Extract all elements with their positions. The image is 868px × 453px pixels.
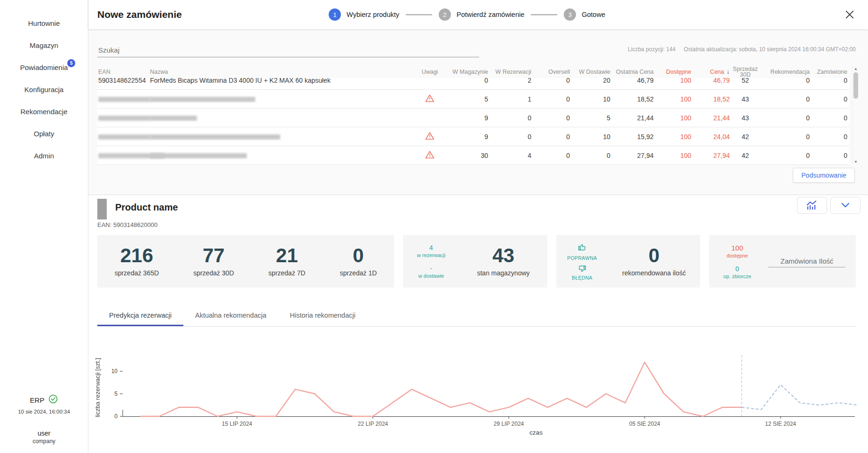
step-2: 2Potwierdź zamówienie	[439, 8, 524, 21]
recommendation-stat: 0 rekomendowana ilość	[608, 246, 700, 277]
column-header-uwagi[interactable]: Uwagi	[416, 69, 443, 75]
cell-oversell: 0	[531, 114, 570, 122]
warning-icon	[425, 96, 434, 104]
step-connector	[406, 15, 432, 15]
recommendation-feedback: POPRAWNA BŁĘDNA	[556, 242, 608, 281]
tab-aktualna-rekomendacja[interactable]: Aktualna rekomendacja	[183, 305, 278, 326]
table-body: 5903148622554ForMeds Bicaps Witamina D3 …	[97, 78, 849, 165]
sidebar-item-magazyn[interactable]: Magazyn	[0, 34, 88, 56]
cell-sprzedaz-30d: 43	[730, 114, 761, 122]
stat-sales-7d: 21 sprzedaż 7D	[268, 246, 306, 277]
cell-cena: 27,94	[691, 152, 730, 159]
erp-label: ERP	[30, 396, 45, 404]
recommendation-card: POPRAWNA BŁĘDNA 0 rekomendowana ilość	[556, 235, 700, 288]
sidebar-item-rekomendacje[interactable]: Rekomendacje	[0, 101, 88, 123]
cell-w-dostawie: 20	[570, 78, 610, 84]
cell-cena: 46,79	[691, 78, 730, 84]
column-header-ean[interactable]: EAN	[97, 69, 150, 75]
column-header-w-magazynie[interactable]: W Magazynie	[443, 69, 488, 75]
scrollbar-thumb[interactable]	[853, 72, 858, 99]
cell-w-magazynie: 30	[443, 152, 488, 159]
table-row[interactable]: 3040027,9410027,944200	[97, 146, 849, 165]
sidebar-item-powiadomienia[interactable]: Powiadomienia5	[0, 56, 88, 78]
column-header-sprzeda-30d[interactable]: Sprzedaż 30D	[730, 66, 761, 78]
tab-predykcja-rezerwacji[interactable]: Predykcja rezerwacji	[97, 305, 183, 326]
stat-label: sprzedaż 365D	[115, 269, 159, 277]
cell-name	[150, 152, 416, 159]
cell-ean: 5903148622554	[97, 78, 150, 84]
summary-button[interactable]: Podsumowanie	[793, 168, 855, 183]
step-1: 1Wybierz produkty	[329, 8, 399, 21]
scroll-up-icon[interactable]: ▲	[852, 65, 859, 72]
app-root: HurtownieMagazynPowiadomienia5Konfigurac…	[0, 0, 868, 453]
cell-name	[150, 95, 416, 103]
column-header-w-dostawie[interactable]: W Dostawie	[570, 69, 610, 75]
delivery-value: -	[403, 265, 459, 272]
step-label: Gotowe	[582, 11, 605, 18]
expand-button[interactable]	[830, 197, 860, 214]
blurred-ean	[98, 134, 151, 140]
column-header-oversell[interactable]: Oversell	[531, 69, 570, 75]
product-panel: Product name EAN: 5903148620000 216 sprz…	[88, 195, 868, 453]
sort-desc-icon[interactable]: ↓	[726, 68, 730, 75]
chart-canvas: 051015 LIP 202422 LIP 202429 LIP 202405 …	[88, 348, 868, 442]
table-row[interactable]: 5903148622554ForMeds Bicaps Witamina D3 …	[97, 78, 849, 90]
search-field-wrap	[97, 43, 479, 57]
sidebar-item-hurtownie[interactable]: Hurtownie	[0, 12, 88, 34]
stat-value: 77	[193, 246, 234, 266]
cell-ean	[97, 114, 150, 122]
cell-w-rezerwacji: 1	[488, 95, 531, 103]
stock-label: stan magazynowy	[459, 269, 547, 277]
table-row[interactable]: 900521,4410021,444300	[97, 109, 849, 127]
order-card: 100 dostępne 0 op. zbiorcze	[709, 235, 856, 288]
chart-button[interactable]	[797, 197, 827, 214]
stock-card: 4 w rezerwacji - w dostawie 43 stan maga…	[403, 235, 547, 288]
sidebar-item-konfiguracja[interactable]: Konfiguracja	[0, 78, 88, 101]
sidebar: HurtownieMagazynPowiadomienia5Konfigurac…	[0, 0, 88, 453]
column-header-ostatnia-cena[interactable]: Ostatnia Cena	[610, 69, 654, 75]
stock-stat: 43 stan magazynowy	[459, 246, 547, 277]
cell-oversell: 0	[531, 133, 570, 141]
table-scrollbar[interactable]: ▲ ▼	[852, 65, 859, 165]
column-header-zam-wione[interactable]: Zamówione	[810, 69, 849, 75]
main-area: Nowe zamówienie 1Wybierz produkty2Potwie…	[88, 0, 868, 453]
cell-w-rezerwacji: 0	[488, 133, 531, 141]
thumb-up-icon[interactable]	[577, 242, 587, 254]
stock-value: 43	[459, 246, 547, 266]
step-connector	[531, 15, 557, 15]
close-button[interactable]	[843, 8, 857, 22]
sidebar-item-admin[interactable]: Admin	[0, 145, 88, 167]
cell-uwagi	[416, 150, 443, 160]
status-ok-icon	[48, 394, 58, 406]
thumb-down-icon[interactable]	[577, 262, 587, 274]
column-header-nazwa[interactable]: Nazwa	[150, 69, 416, 75]
table-row[interactable]: 9001015,9210024,044200	[97, 127, 849, 146]
page-title: Nowe zamówienie	[97, 9, 182, 20]
search-input[interactable]	[97, 43, 479, 57]
svg-text:10: 10	[111, 368, 118, 375]
column-header-dost-pne[interactable]: Dostępne	[654, 69, 691, 75]
sidebar-item-op-aty[interactable]: Opłaty	[0, 123, 88, 145]
company-name: company	[0, 438, 88, 445]
sidebar-item-label: Powiadomienia5	[20, 63, 68, 71]
items-count: Liczba pozycji: 144	[628, 46, 675, 53]
step-label: Wybierz produkty	[347, 11, 399, 18]
blurred-name	[150, 134, 280, 140]
cell-w-dostawie: 5	[570, 114, 610, 122]
available-label: dostępne	[709, 253, 765, 258]
cell-dostepne: 100	[654, 114, 691, 122]
recommendation-bad-label: BŁĘDNA	[572, 275, 592, 281]
recommendation-good-label: POPRAWNA	[567, 255, 597, 261]
scroll-down-icon[interactable]: ▼	[852, 158, 859, 165]
tab-historia-rekomendacji[interactable]: Historia rekomendacji	[278, 305, 367, 326]
sidebar-item-label: Magazyn	[30, 41, 58, 49]
column-header-rekomendacja[interactable]: Rekomendacja	[761, 69, 810, 75]
column-header-w-rezerwacji[interactable]: W Rezerwacji	[488, 69, 531, 75]
ordered-quantity-input[interactable]	[768, 255, 845, 267]
column-header-cena[interactable]: Cena↓	[691, 69, 730, 75]
quantity-field-wrap	[765, 255, 856, 267]
table-row[interactable]: 5101018,5210018,524300	[97, 90, 849, 109]
cell-uwagi	[416, 94, 443, 104]
cell-sprzedaz-30d: 43	[730, 95, 761, 103]
cell-dostepne: 100	[654, 152, 691, 159]
